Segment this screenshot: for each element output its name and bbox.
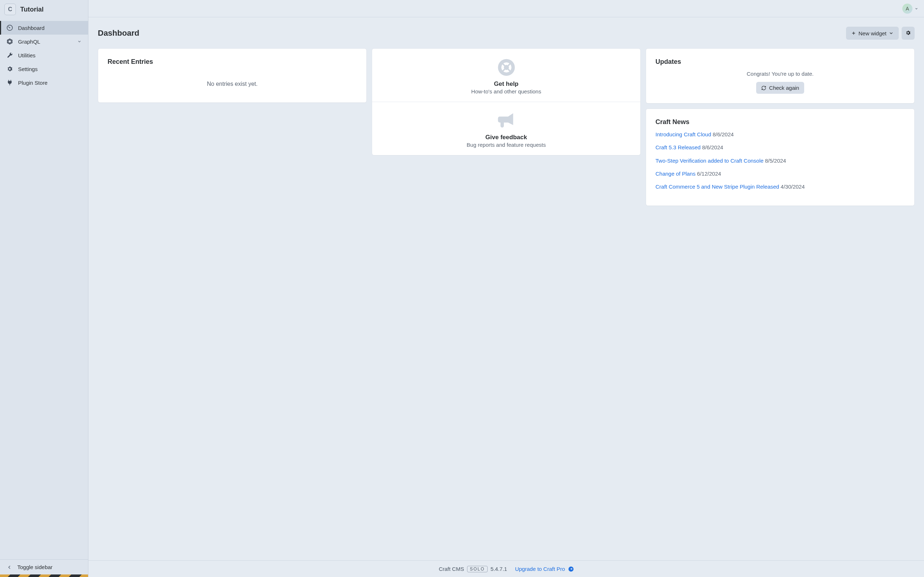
- news-item: Two-Step Verification added to Craft Con…: [656, 157, 905, 164]
- new-widget-button[interactable]: New widget: [846, 27, 899, 40]
- sidebar-item-label: Utilities: [18, 52, 36, 58]
- chevron-left-icon: [6, 564, 12, 570]
- bullhorn-icon: [496, 111, 517, 131]
- tile-title: Get help: [378, 81, 635, 88]
- tile-subtitle: Bug reports and feature requests: [378, 142, 635, 148]
- arrow-right-icon: [569, 567, 573, 572]
- check-again-label: Check again: [769, 85, 799, 91]
- get-help-tile[interactable]: Get help How-to's and other questions: [372, 49, 640, 102]
- widget-title: Recent Entries: [108, 58, 357, 66]
- upgrade-link[interactable]: Upgrade to Craft Pro: [515, 566, 565, 572]
- recent-entries-widget: Recent Entries No entries exist yet.: [98, 48, 367, 103]
- check-again-button[interactable]: Check again: [756, 82, 804, 94]
- plug-icon: [6, 79, 13, 86]
- refresh-icon: [761, 85, 766, 90]
- edition-pill[interactable]: SOLO: [467, 566, 488, 572]
- news-link[interactable]: Two-Step Verification added to Craft Con…: [656, 158, 763, 164]
- new-widget-label: New widget: [858, 30, 887, 36]
- lifesaver-icon: [496, 57, 517, 77]
- topbar: A: [89, 0, 924, 17]
- news-link[interactable]: Craft 5.3 Released: [656, 144, 701, 150]
- footer-version: 5.4.7.1: [491, 566, 507, 572]
- sidebar-item-label: Dashboard: [18, 25, 44, 31]
- settings-button[interactable]: [901, 27, 914, 40]
- footer-product: Craft CMS: [439, 566, 464, 572]
- sidebar-item-label: Plugin Store: [18, 80, 48, 86]
- toggle-sidebar-label: Toggle sidebar: [17, 564, 53, 570]
- news-item: Craft 5.3 Released 8/6/2024: [656, 144, 905, 151]
- sidebar-item-dashboard[interactable]: Dashboard: [0, 21, 88, 35]
- updates-widget: Updates Congrats! You're up to date. Che…: [646, 48, 914, 103]
- primary-nav: Dashboard GraphQL Utilities: [0, 21, 88, 89]
- footer: Craft CMS SOLO 5.4.7.1 Upgrade to Craft …: [89, 561, 924, 577]
- gauge-icon: [6, 24, 13, 31]
- chevron-down-icon: [888, 31, 894, 36]
- news-item: Introducing Craft Cloud 8/6/2024: [656, 131, 905, 138]
- page-title: Dashboard: [98, 29, 139, 38]
- news-link[interactable]: Change of Plans: [656, 171, 696, 177]
- sidebar-item-settings[interactable]: Settings: [0, 62, 88, 76]
- sidebar-item-graphql[interactable]: GraphQL: [0, 35, 88, 48]
- svg-point-1: [10, 27, 10, 28]
- chevron-down-icon: [77, 39, 82, 44]
- tile-title: Give feedback: [378, 134, 635, 141]
- widget-title: Craft News: [656, 118, 905, 126]
- graphql-icon: [6, 38, 13, 45]
- sidebar-item-label: Settings: [18, 66, 37, 72]
- plus-icon: [851, 31, 856, 36]
- gear-icon: [6, 66, 13, 72]
- news-item: Change of Plans 6/12/2024: [656, 170, 905, 177]
- gear-icon: [905, 30, 911, 36]
- news-date: 8/5/2024: [765, 158, 786, 164]
- give-feedback-tile[interactable]: Give feedback Bug reports and feature re…: [372, 102, 640, 155]
- news-item: Craft Commerce 5 and New Stripe Plugin R…: [656, 183, 905, 190]
- news-link[interactable]: Craft Commerce 5 and New Stripe Plugin R…: [656, 184, 779, 190]
- support-widget: Get help How-to's and other questions Gi…: [372, 48, 641, 155]
- news-link[interactable]: Introducing Craft Cloud: [656, 131, 711, 137]
- news-date: 8/6/2024: [712, 131, 733, 137]
- news-date: 8/6/2024: [702, 144, 723, 150]
- news-date: 4/30/2024: [781, 184, 805, 190]
- brand-title: Tutorial: [20, 6, 44, 13]
- sidebar-item-label: GraphQL: [18, 39, 40, 45]
- craft-news-widget: Craft News Introducing Craft Cloud 8/6/2…: [646, 108, 914, 206]
- wrench-icon: [6, 52, 13, 58]
- widget-title: Updates: [656, 58, 905, 66]
- tile-subtitle: How-to's and other questions: [378, 89, 635, 95]
- updates-message: Congrats! You're up to date.: [656, 71, 905, 77]
- brand-badge: C: [4, 3, 16, 15]
- toggle-sidebar-button[interactable]: Toggle sidebar: [0, 559, 88, 574]
- sidebar-item-utilities[interactable]: Utilities: [0, 48, 88, 62]
- user-menu[interactable]: A: [902, 3, 918, 14]
- dev-mode-stripe: [0, 574, 88, 577]
- news-date: 6/12/2024: [697, 171, 721, 177]
- sidebar: C Tutorial Dashboard GraphQL: [0, 0, 89, 577]
- sidebar-item-plugin-store[interactable]: Plugin Store: [0, 76, 88, 89]
- avatar: A: [902, 3, 913, 14]
- brand[interactable]: C Tutorial: [0, 0, 88, 19]
- chevron-down-icon: [914, 7, 918, 10]
- recent-entries-empty: No entries exist yet.: [108, 71, 357, 93]
